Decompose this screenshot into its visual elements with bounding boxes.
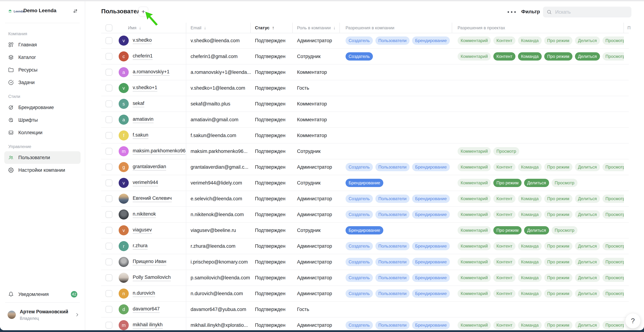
sidebar-item-fonts[interactable]: Шрифты	[4, 114, 80, 126]
checkbox-cell	[101, 159, 119, 175]
user-row: vviagusevviagusev@beeline.ruПодтвержденС…	[101, 223, 629, 238]
profile-menu[interactable]: Артем Романовский Владелец	[8, 309, 80, 321]
user-email: davamor647@yubua.com	[190, 307, 246, 312]
user-name-link[interactable]: Прищепо Иван	[133, 259, 166, 265]
permission-badge: Комментарий	[458, 242, 491, 250]
row-checkbox[interactable]	[106, 116, 112, 123]
user-email: r.zhura@leenda.com	[190, 243, 236, 249]
permission-badge: Пользователи	[376, 242, 410, 250]
sidebar-item-home[interactable]: Главная	[4, 38, 80, 51]
row-checkbox[interactable]	[106, 290, 112, 297]
role-cell: Гость	[293, 80, 340, 96]
sidebar-item-collections[interactable]: Коллекции	[4, 126, 80, 139]
company-permissions-cell: СоздательПользователиБрендирование	[340, 254, 452, 270]
user-name-link[interactable]: a.romanovskiy+1	[133, 69, 170, 76]
user-name-link[interactable]: grantalaverdian	[133, 164, 166, 170]
column-header[interactable]: Email↓	[186, 23, 250, 33]
column-header[interactable]: Разрешения в проектах	[452, 23, 624, 33]
filter-button[interactable]: Фильтр	[521, 9, 540, 14]
sidebar-item-users[interactable]: Пользователи	[4, 151, 80, 164]
user-avatar	[119, 210, 129, 220]
row-checkbox[interactable]	[106, 37, 112, 44]
user-name-link[interactable]: Polly Samoilovich	[133, 275, 171, 281]
column-header[interactable]: Разрешения в компании	[340, 23, 452, 33]
user-name-link[interactable]: maksim.parkhomenko96	[133, 148, 186, 155]
sidebar-item-company-settings[interactable]: Настройки компании	[4, 164, 80, 176]
column-header[interactable]: П	[624, 23, 630, 33]
user-row: ggrantalaverdiangrantalaverdian@gmail.c.…	[101, 159, 629, 175]
column-header[interactable]: Имя↓	[119, 23, 186, 33]
user-avatar: m	[119, 146, 129, 156]
permission-badge: Контент	[493, 274, 516, 282]
row-checkbox[interactable]	[106, 148, 112, 155]
user-row: n.nikitenokn.nikitenok@leenda.comПодтвер…	[101, 207, 629, 223]
project-permissions-cell	[452, 64, 624, 80]
permission-badge: Команда	[518, 195, 542, 203]
row-checkbox[interactable]	[106, 227, 112, 234]
column-header-label: Роль в компании	[297, 25, 331, 30]
row-checkbox[interactable]	[106, 69, 112, 76]
user-name-link[interactable]: cheferin1	[133, 53, 153, 60]
name-cell: Прищепо Иван	[119, 254, 186, 270]
row-checkbox[interactable]	[106, 211, 112, 218]
user-name-link[interactable]: mikhail ilinykh	[133, 322, 163, 329]
user-name-link[interactable]: verimeh944	[133, 180, 158, 186]
sidebar-item-resources[interactable]: Ресурсы	[4, 64, 80, 76]
sidebar-item-label: Пользователи	[18, 155, 50, 160]
column-header[interactable]: Роль в компании↓	[293, 23, 340, 33]
help-button[interactable]: ?	[625, 313, 640, 329]
user-name-link[interactable]: v.shedko	[133, 37, 152, 44]
email-cell: maksim.parkhomenko96...	[186, 144, 250, 159]
row-checkbox[interactable]	[106, 274, 112, 281]
user-name-link[interactable]: Евгений Селевич	[133, 195, 172, 202]
workspace-switch-icon[interactable]	[73, 8, 78, 14]
email-cell: davamor647@yubua.com	[186, 302, 250, 317]
column-header[interactable]: Статус↑	[250, 23, 293, 33]
select-all-checkbox[interactable]	[106, 24, 112, 31]
user-name-link[interactable]: f.sakun	[133, 132, 148, 139]
user-role: Гость	[297, 307, 309, 312]
project-permissions-cell: КомментарийКонтентКомандаПро режимДелить…	[452, 238, 624, 254]
user-name-link[interactable]: sekaf	[133, 101, 144, 107]
user-name-link[interactable]: v.shedko+1	[133, 85, 157, 91]
user-name-link[interactable]: r.zhura	[133, 243, 148, 250]
row-checkbox[interactable]	[106, 100, 112, 107]
user-name-link[interactable]: davamor647	[133, 306, 160, 313]
permission-badge: Просмотр	[602, 274, 624, 282]
users-icon	[8, 155, 14, 160]
sidebar-item-notifications[interactable]: Уведомления 42	[4, 288, 80, 301]
permission-badge: Делиться	[575, 52, 600, 60]
row-checkbox[interactable]	[106, 164, 112, 170]
user-name-link[interactable]: amatiavin	[133, 116, 154, 123]
sort-up-icon: ↑	[272, 25, 274, 30]
permission-badge: Создатель	[346, 258, 373, 266]
row-checkbox[interactable]	[106, 53, 112, 60]
sidebar-item-catalog[interactable]: Каталог	[4, 51, 80, 64]
user-email: a.romanovskiy+1@leenda...	[190, 69, 250, 75]
checkbox-cell	[101, 144, 119, 159]
row-checkbox[interactable]	[106, 259, 112, 265]
row-checkbox[interactable]	[106, 179, 112, 186]
sidebar-item-branding[interactable]: Брендирование	[4, 101, 80, 114]
user-name-link[interactable]: n.durovich	[133, 290, 155, 297]
row-checkbox[interactable]	[106, 306, 112, 313]
user-email: f.sakun@leenda.com	[190, 133, 236, 138]
user-role: Комментатор	[297, 69, 327, 75]
add-user-button[interactable]: +	[138, 7, 148, 16]
user-status: Подтвержден	[255, 117, 286, 122]
project-permissions-cell: КомментарийПросмотр	[452, 144, 624, 159]
user-name-link[interactable]: viagusev	[133, 227, 152, 234]
permission-badge: Брендирование	[346, 226, 383, 234]
row-checkbox[interactable]	[106, 322, 112, 329]
more-options-icon[interactable]	[507, 9, 517, 15]
row-checkbox[interactable]	[106, 243, 112, 250]
user-status: Подтвержден	[255, 164, 286, 170]
search-input[interactable]	[555, 9, 628, 15]
permission-badge: Про режим	[493, 226, 522, 234]
user-name-link[interactable]: n.nikitenok	[133, 211, 156, 218]
notifications-count-badge: 42	[71, 291, 77, 298]
row-checkbox[interactable]	[106, 85, 112, 91]
row-checkbox[interactable]	[106, 132, 112, 139]
row-checkbox[interactable]	[106, 195, 112, 202]
sidebar-item-tasks[interactable]: Задачи	[4, 76, 80, 89]
